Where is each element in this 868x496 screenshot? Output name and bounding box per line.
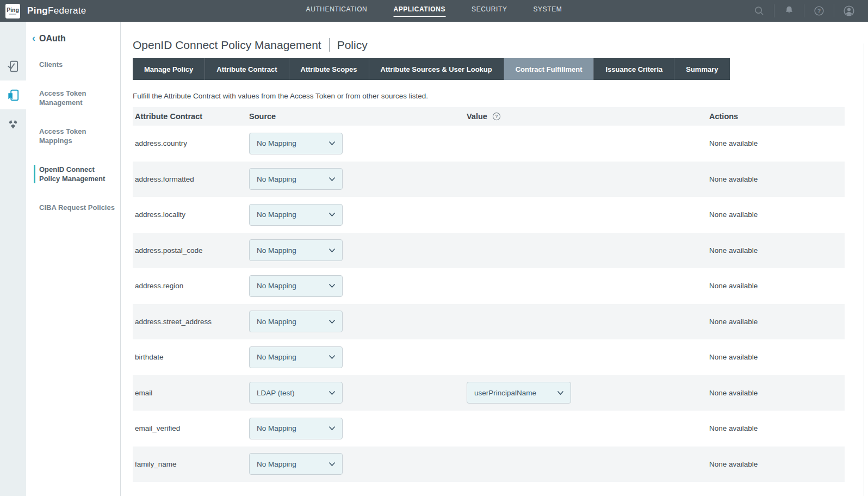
attribute-name: address.street_address	[135, 318, 212, 326]
table-row: address.postal_codeNo MappingNone availa…	[133, 233, 845, 269]
chevron-down-icon	[328, 353, 336, 361]
icon-rail	[0, 22, 26, 496]
source-select[interactable]: No Mapping	[249, 204, 343, 226]
access-token-icon[interactable]	[0, 80, 26, 109]
top-header: Ping PingFederate AUTHENTICATIONAPPLICAT…	[0, 0, 868, 22]
source-select[interactable]: No Mapping	[249, 311, 343, 332]
col-actions: Actions	[709, 112, 845, 121]
actions-text: None available	[709, 424, 758, 432]
nav-active-underline	[393, 16, 445, 17]
tab-bar: Manage PolicyAttribute ContractAttribute…	[133, 58, 730, 80]
source-select[interactable]: No Mapping	[249, 346, 343, 368]
source-select[interactable]: No Mapping	[249, 239, 343, 261]
sidebar-item-access-token-mappings[interactable]: Access Token Mappings	[34, 127, 115, 145]
attribute-name: email	[135, 389, 152, 397]
account-icon[interactable]	[834, 4, 864, 17]
source-select-value: No Mapping	[257, 460, 296, 468]
chevron-down-icon	[328, 424, 336, 432]
table-row: address.street_addressNo MappingNone ava…	[133, 304, 845, 340]
value-select[interactable]: userPrincipalName	[467, 382, 571, 404]
attribute-name: family_name	[135, 460, 177, 468]
table-row: address.countryNo MappingNone available	[133, 126, 845, 162]
table-row: family_nameNo MappingNone available	[133, 447, 845, 482]
source-select[interactable]: No Mapping	[249, 133, 343, 154]
tab-attribute-contract[interactable]: Attribute Contract	[205, 58, 289, 80]
tab-manage-policy[interactable]: Manage Policy	[133, 58, 205, 80]
primary-nav: AUTHENTICATIONAPPLICATIONSSECURITYSYSTEM	[306, 0, 562, 22]
attribute-name: address.postal_code	[135, 246, 203, 255]
source-select-value: No Mapping	[257, 353, 296, 361]
value-select-value: userPrincipalName	[474, 389, 536, 397]
sidebar-item-access-token-management[interactable]: Access Token Management	[34, 89, 115, 107]
source-select-value: No Mapping	[257, 282, 296, 290]
sidebar-item-ciba-request-policies[interactable]: CIBA Request Policies	[34, 203, 115, 212]
sidebar-item-openid-connect-policy-management[interactable]: OpenID Connect Policy Management	[34, 165, 115, 183]
chevron-down-icon	[328, 460, 336, 468]
main-content: OpenID Connect Policy Management Policy …	[121, 22, 868, 496]
nav-authentication[interactable]: AUTHENTICATION	[306, 0, 368, 22]
title-divider	[329, 38, 330, 52]
attribute-name: address.region	[135, 282, 183, 290]
sidebar-back-oauth[interactable]: ‹ OAuth	[26, 34, 120, 44]
source-select[interactable]: No Mapping	[249, 418, 343, 439]
chevron-down-icon	[328, 282, 336, 290]
col-source: Source	[249, 112, 467, 121]
sidebar-item-clients[interactable]: Clients	[34, 60, 115, 69]
actions-text: None available	[709, 210, 758, 219]
mappings-icon[interactable]	[0, 109, 26, 138]
actions-text: None available	[709, 175, 758, 183]
app-body: ‹ OAuth ClientsAccess Token ManagementAc…	[0, 22, 868, 496]
source-select-value: No Mapping	[257, 246, 296, 255]
product-name-light: Federate	[48, 5, 86, 16]
notifications-icon[interactable]	[774, 5, 804, 17]
value-help-icon[interactable]: ?	[492, 112, 501, 121]
actions-text: None available	[709, 460, 758, 468]
chevron-down-icon	[557, 389, 564, 397]
source-select[interactable]: No Mapping	[249, 168, 343, 190]
help-icon[interactable]: ?	[804, 5, 834, 17]
nav-label: SYSTEM	[534, 5, 562, 13]
source-select-value: No Mapping	[257, 175, 296, 183]
tab-issuance-criteria[interactable]: Issuance Criteria	[594, 58, 674, 80]
table-row: address.localityNo MappingNone available	[133, 197, 845, 233]
attribute-name: address.formatted	[135, 175, 194, 183]
brand: Ping PingFederate	[0, 4, 86, 18]
search-icon[interactable]	[745, 5, 774, 17]
chevron-down-icon	[328, 318, 336, 326]
source-select[interactable]: No Mapping	[249, 275, 343, 297]
tab-contract-fulfillment[interactable]: Contract Fulfillment	[504, 58, 594, 80]
nav-system[interactable]: SYSTEM	[534, 0, 562, 22]
actions-text: None available	[709, 282, 758, 290]
chevron-down-icon	[328, 175, 336, 183]
source-select[interactable]: LDAP (test)	[249, 382, 343, 404]
source-select-value: No Mapping	[257, 210, 296, 219]
chevron-down-icon	[328, 210, 336, 219]
nav-applications[interactable]: APPLICATIONS	[393, 0, 445, 22]
tab-attribute-sources-user-lookup[interactable]: Attribute Sources & User Lookup	[369, 58, 504, 80]
clients-icon[interactable]	[0, 52, 26, 80]
attribute-table-body: address.countryNo MappingNone availablea…	[133, 126, 845, 482]
table-header: Attribute Contract Source Value ? Action…	[133, 107, 845, 126]
sidebar: ‹ OAuth ClientsAccess Token ManagementAc…	[26, 22, 121, 496]
table-row: emailLDAP (test)userPrincipalNameNone av…	[133, 375, 845, 411]
tab-summary[interactable]: Summary	[674, 58, 729, 80]
table-row: address.regionNo MappingNone available	[133, 268, 845, 304]
actions-text: None available	[709, 139, 758, 147]
page-title-main: OpenID Connect Policy Management	[133, 39, 321, 52]
page-title: OpenID Connect Policy Management Policy	[133, 38, 868, 52]
nav-active-underline	[472, 16, 507, 17]
nav-label: AUTHENTICATION	[306, 5, 368, 13]
source-select-value: No Mapping	[257, 318, 296, 326]
header-actions: ?	[745, 0, 868, 22]
tab-attribute-scopes[interactable]: Attribute Scopes	[289, 58, 369, 80]
source-select[interactable]: No Mapping	[249, 453, 343, 475]
chevron-down-icon	[328, 246, 336, 255]
scrollbar-track[interactable]	[864, 44, 864, 496]
nav-security[interactable]: SECURITY	[472, 0, 507, 22]
ping-logo[interactable]: Ping	[5, 4, 20, 18]
page-description: Fulfill the Attribute Contract with valu…	[133, 92, 868, 100]
actions-text: None available	[709, 246, 758, 255]
nav-active-underline	[534, 16, 562, 17]
nav-label: APPLICATIONS	[393, 5, 445, 13]
product-name: PingFederate	[27, 5, 86, 16]
